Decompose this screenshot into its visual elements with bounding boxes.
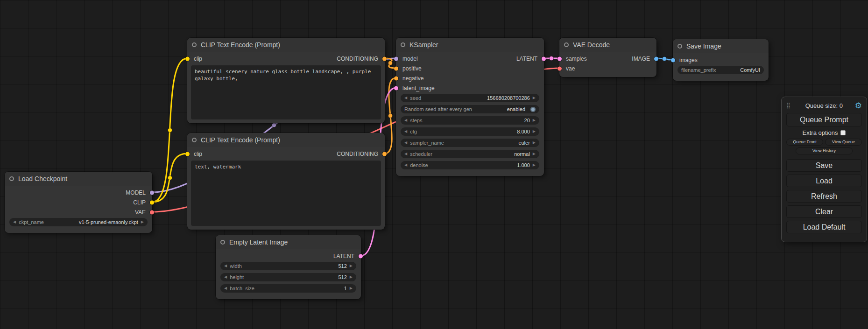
node-title: Load Checkpoint bbox=[18, 175, 67, 182]
extra-options-checkbox[interactable] bbox=[840, 130, 846, 135]
node-clip-text-encode-positive[interactable]: CLIP Text Encode (Prompt) clip CONDITION… bbox=[187, 38, 385, 123]
port-label: negative bbox=[402, 75, 423, 82]
model-output-port[interactable] bbox=[150, 190, 154, 195]
save-button[interactable]: Save bbox=[786, 159, 862, 172]
widget-value: 156680208700286 bbox=[487, 95, 530, 101]
conditioning-output-port[interactable] bbox=[382, 56, 387, 61]
node-title-bar[interactable]: CLIP Text Encode (Prompt) bbox=[187, 38, 385, 52]
increment-arrow-icon[interactable]: ▶ bbox=[350, 275, 353, 279]
input-row-samples: samples bbox=[559, 54, 656, 63]
batch-size-widget[interactable]: ◀ batch_size 1 ▶ bbox=[220, 284, 356, 293]
increment-arrow-icon[interactable]: ▶ bbox=[533, 152, 536, 156]
vae-output-port[interactable] bbox=[150, 210, 154, 214]
load-default-button[interactable]: Load Default bbox=[786, 221, 862, 233]
clip-output-port[interactable] bbox=[150, 200, 154, 204]
view-queue-button[interactable]: View Queue bbox=[825, 139, 862, 146]
vae-input-port[interactable] bbox=[557, 66, 562, 70]
collapse-icon[interactable] bbox=[192, 42, 197, 47]
decrement-arrow-icon[interactable]: ◀ bbox=[404, 141, 407, 145]
port-label: model bbox=[402, 56, 418, 62]
scheduler-widget[interactable]: ◀ scheduler normal ▶ bbox=[401, 150, 539, 158]
decrement-arrow-icon[interactable]: ◀ bbox=[404, 119, 407, 122]
collapse-icon[interactable] bbox=[192, 138, 197, 142]
increment-arrow-icon[interactable]: ▶ bbox=[533, 130, 536, 133]
decrement-arrow-icon[interactable]: ◀ bbox=[224, 275, 227, 279]
widget-label: steps bbox=[410, 118, 422, 123]
positive-input-port[interactable] bbox=[394, 66, 398, 70]
node-clip-text-encode-negative[interactable]: CLIP Text Encode (Prompt) clip CONDITION… bbox=[187, 133, 385, 230]
increment-arrow-icon[interactable]: ▶ bbox=[533, 96, 536, 100]
clear-button[interactable]: Clear bbox=[786, 205, 862, 218]
decrement-arrow-icon[interactable]: ◀ bbox=[404, 96, 407, 100]
input-row-vae: vae bbox=[559, 63, 656, 73]
wire-midpoint-dot bbox=[272, 123, 276, 127]
decrement-arrow-icon[interactable]: ◀ bbox=[404, 152, 407, 156]
collapse-icon[interactable] bbox=[564, 42, 569, 47]
increment-arrow-icon[interactable]: ▶ bbox=[533, 119, 536, 122]
random-seed-toggle-widget[interactable]: Random seed after every gen enabled bbox=[401, 105, 539, 113]
node-vae-decode[interactable]: VAE Decode IMAGE samples vae bbox=[559, 38, 656, 77]
drag-handle-icon[interactable]: ⣿ bbox=[786, 102, 790, 109]
negative-prompt-textarea[interactable]: text, watermark bbox=[191, 161, 381, 226]
increment-arrow-icon[interactable]: ▶ bbox=[350, 287, 353, 290]
node-empty-latent-image[interactable]: Empty Latent Image LATENT ◀ width 512 ▶ … bbox=[216, 235, 361, 299]
widget-value: 1.000 bbox=[517, 162, 530, 168]
samples-input-port[interactable] bbox=[557, 56, 562, 61]
clip-input-port[interactable] bbox=[185, 56, 190, 61]
wire-midpoint-dot bbox=[388, 114, 393, 118]
collapse-icon[interactable] bbox=[401, 42, 405, 47]
collapse-icon[interactable] bbox=[220, 240, 225, 245]
input-row-positive: positive bbox=[396, 63, 544, 73]
decrement-arrow-icon[interactable]: ◀ bbox=[13, 220, 16, 224]
node-title-bar[interactable]: CLIP Text Encode (Prompt) bbox=[187, 133, 385, 147]
collapse-icon[interactable] bbox=[9, 176, 14, 181]
sampler-name-widget[interactable]: ◀ sampler_name euler ▶ bbox=[401, 139, 539, 147]
steps-widget[interactable]: ◀ steps 20 ▶ bbox=[401, 116, 539, 125]
widget-label: width bbox=[230, 263, 242, 269]
widget-label: denoise bbox=[410, 162, 428, 168]
node-load-checkpoint[interactable]: Load Checkpoint MODEL CLIP VAE ◀ ckpt_na… bbox=[5, 172, 152, 233]
ckpt-name-widget[interactable]: ◀ ckpt_name v1-5-pruned-emaonly.ckpt ▶ bbox=[9, 218, 148, 226]
decrement-arrow-icon[interactable]: ◀ bbox=[404, 130, 407, 133]
queue-prompt-button[interactable]: Queue Prompt bbox=[786, 113, 862, 126]
conditioning-output-port[interactable] bbox=[382, 152, 387, 156]
cfg-widget[interactable]: ◀ cfg 8.000 ▶ bbox=[401, 127, 539, 136]
node-title-bar[interactable]: KSampler bbox=[396, 38, 544, 52]
node-ksampler[interactable]: KSampler LATENT model positive negative … bbox=[396, 38, 544, 176]
seed-widget[interactable]: ◀ seed 156680208700286 ▶ bbox=[401, 94, 539, 102]
refresh-button[interactable]: Refresh bbox=[786, 190, 862, 203]
filename-prefix-widget[interactable]: filename_prefix ComfyUI bbox=[677, 66, 764, 74]
widget-value: v1-5-pruned-emaonly.ckpt bbox=[79, 219, 138, 225]
graph-canvas[interactable]: Load Checkpoint MODEL CLIP VAE ◀ ckpt_na… bbox=[0, 0, 868, 329]
negative-input-port[interactable] bbox=[394, 76, 398, 80]
queue-front-button[interactable]: Queue Front bbox=[786, 139, 823, 146]
increment-arrow-icon[interactable]: ▶ bbox=[350, 264, 353, 268]
images-input-port[interactable] bbox=[671, 58, 675, 62]
latent-image-input-port[interactable] bbox=[394, 86, 398, 90]
collapse-icon[interactable] bbox=[677, 44, 682, 49]
load-button[interactable]: Load bbox=[786, 175, 862, 187]
node-title: CLIP Text Encode (Prompt) bbox=[201, 136, 280, 144]
toggle-on-icon[interactable] bbox=[530, 107, 536, 112]
denoise-widget[interactable]: ◀ denoise 1.000 ▶ bbox=[401, 161, 539, 169]
model-input-port[interactable] bbox=[394, 56, 398, 61]
height-widget[interactable]: ◀ height 512 ▶ bbox=[220, 273, 356, 281]
increment-arrow-icon[interactable]: ▶ bbox=[533, 163, 536, 167]
widget-label: seed bbox=[410, 95, 421, 101]
decrement-arrow-icon[interactable]: ◀ bbox=[224, 287, 227, 290]
node-title-bar[interactable]: Save Image bbox=[673, 39, 769, 53]
decrement-arrow-icon[interactable]: ◀ bbox=[404, 163, 407, 167]
view-history-button[interactable]: View History bbox=[796, 147, 853, 154]
node-title-bar[interactable]: Empty Latent Image bbox=[216, 235, 361, 249]
decrement-arrow-icon[interactable]: ◀ bbox=[224, 264, 227, 268]
increment-arrow-icon[interactable]: ▶ bbox=[141, 220, 144, 224]
latent-output-port[interactable] bbox=[359, 254, 363, 258]
positive-prompt-textarea[interactable]: beautiful scenery nature glass bottle la… bbox=[191, 65, 381, 119]
node-title-bar[interactable]: VAE Decode bbox=[559, 38, 656, 52]
clip-input-port[interactable] bbox=[185, 152, 190, 156]
width-widget[interactable]: ◀ width 512 ▶ bbox=[220, 262, 356, 270]
node-title-bar[interactable]: Load Checkpoint bbox=[5, 172, 152, 186]
increment-arrow-icon[interactable]: ▶ bbox=[533, 141, 536, 145]
node-save-image[interactable]: Save Image images filename_prefix ComfyU… bbox=[673, 39, 769, 81]
settings-gear-icon[interactable]: ⚙ bbox=[855, 102, 862, 110]
